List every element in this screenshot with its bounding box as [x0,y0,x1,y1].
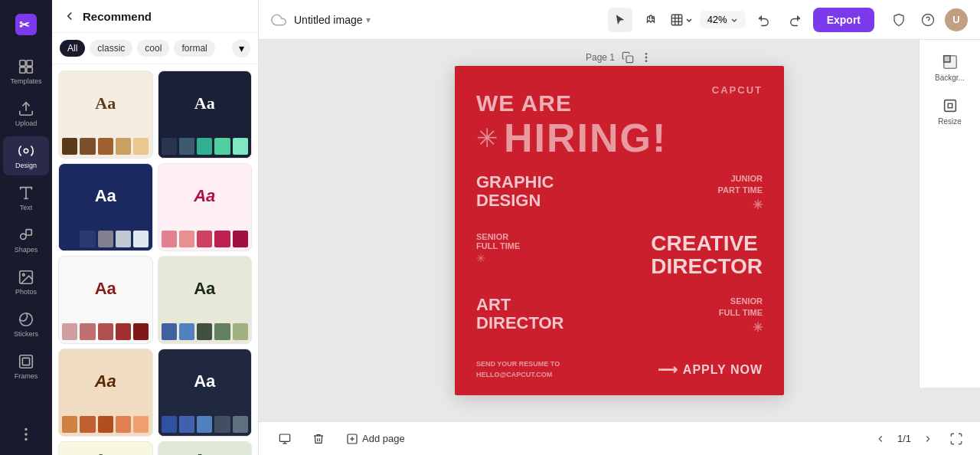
style-card-9[interactable]: Aa [58,441,153,455]
style-card-4[interactable]: Aa [158,163,253,251]
style-card-font-5: Aa [59,257,152,320]
svg-point-25 [923,14,934,25]
export-button[interactable]: Export [813,8,874,32]
select-tool-button[interactable] [608,8,632,32]
poster-canvas: CAPCUT WE ARE ✳ HIRING! GRAPHICDESIGN JU… [455,66,784,395]
document-title[interactable]: Untitled image ▾ [294,14,371,26]
apply-row: SEND YOUR RESUME TOHELLO@CAPCUT.COM ⟶ AP… [476,359,763,380]
job-title-3: ARTDIRECTOR [476,296,564,332]
style-card-7[interactable]: Aa [58,349,153,437]
style-card-1[interactable]: Aa [58,70,153,159]
poster-email: SEND YOUR RESUME TOHELLO@CAPCUT.COM [476,359,560,380]
svg-rect-15 [20,355,33,368]
back-icon [63,9,77,23]
shield-button[interactable] [887,8,911,32]
panel-header: Recommend [52,0,258,33]
page-label: Page 1 [586,51,653,64]
sidebar-item-design[interactable]: Design [3,136,49,175]
templates-icon [18,58,34,75]
page-more-icon[interactable] [639,51,653,64]
style-card-swatches-8 [158,413,252,436]
style-card-swatches-6 [158,320,252,343]
hand-tool-button[interactable] [639,8,663,32]
style-card-swatches-4 [158,228,252,250]
design-icon [18,142,34,159]
style-card-5[interactable]: Aa [58,256,153,344]
filter-bar: All classic cool formal ▾ [52,33,258,64]
redo-button[interactable] [782,8,807,32]
filter-more-button[interactable]: ▾ [232,39,250,57]
svg-point-18 [25,429,27,430]
app-logo[interactable]: ✂ [8,6,44,46]
sidebar-item-stickers[interactable]: Stickers [3,305,49,344]
upload-icon [18,100,34,117]
zoom-control[interactable]: 42% [700,11,746,28]
filter-cool[interactable]: cool [137,40,169,57]
svg-rect-32 [943,56,949,62]
back-button[interactable] [63,9,77,23]
resize-panel-item[interactable]: Resize [923,91,978,132]
help-icon [921,13,935,27]
svg-text:✂: ✂ [19,18,30,31]
background-icon [942,54,959,70]
sidebar-item-photos[interactable]: Photos [3,263,49,302]
apply-arrow: ⟶ [658,362,678,378]
fit-icon [949,432,963,446]
help-button[interactable] [916,8,940,32]
page-thumbnail-button[interactable] [271,429,299,449]
style-card-swatches-7 [59,413,152,436]
style-card-swatches-5 [59,320,152,343]
sidebar-item-templates[interactable]: Templates [3,52,49,91]
style-card-3[interactable]: Aa [58,163,153,251]
style-card-font-4: Aa [158,164,252,228]
canvas-area: Page 1 Ba [259,40,980,421]
style-card-10[interactable]: Aa [158,441,253,455]
style-card-swatches-3 [59,228,152,250]
filter-classic[interactable]: classic [90,40,132,57]
poster-brand: CAPCUT [712,84,763,96]
job-seniority-2: SENIOR [476,232,520,241]
poster-asterisk: ✳ [476,125,498,151]
sidebar-item-shapes[interactable]: Shapes [3,221,49,260]
style-card-6[interactable]: Aa [158,256,253,344]
filter-formal[interactable]: formal [174,40,214,57]
sidebar-item-frames[interactable]: Frames [3,347,49,386]
style-card-font-10: Aa [158,442,252,455]
sidebar: ✂ Templates Upload Design Text Shapes [0,0,52,455]
style-card-8[interactable]: Aa [158,349,253,437]
frame-tool-button[interactable] [669,8,694,32]
panel-title: Recommend [83,10,152,23]
poster-hiring-row: ✳ HIRING! [476,118,763,158]
page-copy-icon[interactable] [621,51,635,64]
job-fulltime-2: FULL TIME [476,241,520,250]
delete-page-button[interactable] [305,429,332,449]
prev-page-button[interactable] [870,428,891,450]
add-page-button[interactable]: Add page [338,429,413,449]
svg-rect-20 [671,15,682,25]
shapes-icon [18,227,34,244]
job-row-2: SENIOR FULL TIME ✳ CREATIVEDIRECTOR [476,232,763,277]
svg-rect-5 [27,67,32,73]
pages-icon [279,433,291,445]
job-title-1: GRAPHICDESIGN [476,173,554,210]
frame-dropdown-icon [685,16,693,24]
style-card-grid: Aa Aa Aa [52,64,258,455]
fit-button[interactable] [945,427,968,450]
avatar[interactable]: U [945,8,968,31]
filter-all[interactable]: All [60,40,85,57]
resize-icon [942,97,959,114]
style-card-2[interactable]: Aa [158,70,253,159]
undo-button[interactable] [752,8,776,32]
svg-point-10 [21,234,26,239]
photos-icon [18,269,34,286]
sidebar-more[interactable] [3,420,49,449]
sidebar-item-upload[interactable]: Upload [3,94,49,133]
svg-point-28 [645,54,647,55]
background-panel-item[interactable]: Backgr... [923,47,978,88]
sidebar-item-text[interactable]: Text [3,178,49,218]
svg-rect-33 [944,100,956,112]
trash-icon [312,433,325,445]
cursor-icon [613,13,627,27]
next-page-button[interactable] [917,428,939,450]
style-card-font-3: Aa [59,164,152,228]
